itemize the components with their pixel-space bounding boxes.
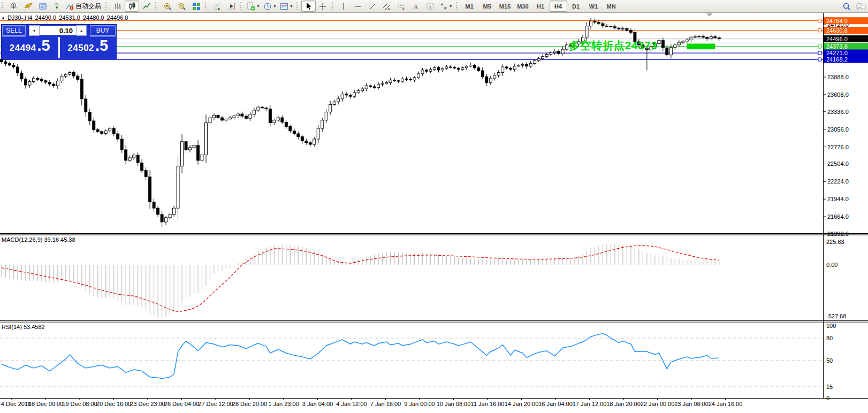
auto-scroll-button[interactable]: [210, 1, 224, 12]
macd-panel[interactable]: [2, 243, 719, 318]
autotrading-button-label: 自动交易: [74, 2, 102, 11]
bar-open: 24490.0: [35, 14, 56, 21]
macd-signal-line: [2, 246, 719, 312]
svg-text:15: 15: [826, 384, 833, 390]
tile-windows-button[interactable]: [189, 1, 203, 12]
svg-text:10 Jan 08:00: 10 Jan 08:00: [437, 401, 471, 407]
price-label-24373.8: 24373.8: [824, 43, 868, 50]
svg-text:23608.0: 23608.0: [827, 91, 849, 98]
indicators-button[interactable]: ▼: [245, 1, 262, 12]
indicator-axis-labels: 225.630.00-527.681008050150: [826, 239, 846, 401]
volume-increase-button[interactable]: ▴: [76, 25, 87, 36]
svg-text:26 Dec 04:00: 26 Dec 04:00: [164, 401, 199, 407]
text-label-button[interactable]: T: [423, 1, 438, 12]
macd-histogram: [2, 243, 719, 318]
tf-h4-button[interactable]: H4: [550, 1, 567, 12]
market-watch-icon[interactable]: [21, 1, 35, 12]
arrow-tools-icon: [439, 2, 448, 11]
autotrading-button[interactable]: 自动交易: [64, 1, 104, 12]
toolbar-grip: [205, 2, 208, 10]
toolbar-grip: [2, 2, 4, 10]
svg-text:22 Jan 00:00: 22 Jan 00:00: [641, 401, 675, 407]
sell-price-int: 24494: [10, 43, 36, 53]
new-order-button[interactable]: 单: [6, 1, 21, 12]
symbol-period: DJ30-,H4: [7, 14, 32, 21]
turning-point-highlight[interactable]: [687, 44, 715, 50]
tf-m30-button-label: M30: [517, 3, 528, 10]
horizontal-line-button[interactable]: [351, 1, 366, 12]
buy-button[interactable]: BUY: [90, 25, 116, 36]
zoom-in-button[interactable]: [160, 1, 174, 12]
bar-chart-button[interactable]: [110, 1, 125, 12]
dropdown-arrow-icon: ▼: [290, 4, 293, 8]
tf-m1-button[interactable]: M1: [461, 1, 478, 12]
svg-text:E: E: [388, 7, 390, 11]
horizontal-line-objects[interactable]: [0, 21, 823, 59]
svg-text:24496.0: 24496.0: [826, 36, 848, 42]
svg-text:24168.2: 24168.2: [826, 56, 848, 63]
svg-text:A: A: [414, 3, 418, 10]
chat-icon: [856, 2, 866, 11]
cursor-button[interactable]: [301, 1, 316, 12]
tf-d1-button-label: D1: [572, 3, 580, 10]
line-chart-icon: [142, 2, 151, 11]
svg-text:18 Jan 20:00: 18 Jan 20:00: [606, 401, 641, 407]
chart-shift-marker-icon[interactable]: [706, 13, 713, 17]
svg-text:0: 0: [826, 395, 829, 401]
svg-text:22504.0: 22504.0: [827, 160, 849, 167]
crosshair-button[interactable]: [316, 1, 330, 12]
line-chart-button[interactable]: [139, 1, 154, 12]
svg-text:24784.9: 24784.9: [826, 18, 848, 24]
rsi-line: [2, 334, 719, 379]
indicators-icon: [247, 2, 255, 11]
main-toolbar: 单自动交易▼▼▼EFAT▼M1M5M15M30H1H4D1W1MN: [0, 0, 868, 13]
chart-shift-button[interactable]: [224, 1, 239, 12]
tf-m30-button[interactable]: M30: [514, 1, 531, 12]
chart-ohlc-info: ▲DJ30-,H424490.024531.024480.024496.0: [1, 14, 131, 21]
volume-decrease-button[interactable]: ▾: [29, 25, 40, 36]
tf-d1-button[interactable]: D1: [567, 1, 585, 12]
svg-text:17 Jan 12:00: 17 Jan 12:00: [573, 401, 607, 407]
tf-w1-button[interactable]: W1: [585, 1, 603, 12]
equidistant-channel-button[interactable]: E: [380, 1, 394, 12]
svg-text:3 Jan 04:00: 3 Jan 04:00: [302, 401, 333, 407]
fibonacci-button[interactable]: F: [394, 1, 409, 12]
tf-mn-button[interactable]: MN: [603, 1, 620, 12]
rsi-panel[interactable]: [0, 334, 823, 387]
svg-text:T: T: [429, 4, 432, 9]
vertical-line-button[interactable]: [337, 1, 351, 12]
toolbar-grip: [296, 2, 299, 10]
arrow-tools-button[interactable]: ▼: [438, 1, 454, 12]
volume-input[interactable]: [40, 26, 76, 35]
tf-w1-button-label: W1: [589, 3, 598, 10]
tf-m5-button[interactable]: M5: [478, 1, 496, 12]
search-button[interactable]: [839, 1, 854, 12]
tf-m15-button-label: M15: [499, 3, 511, 10]
periods-button[interactable]: ▼: [262, 1, 278, 12]
new-order-button-label: 单: [10, 2, 18, 11]
tf-m15-button[interactable]: M15: [496, 1, 514, 12]
text-button[interactable]: A: [409, 1, 423, 12]
text-icon: A: [412, 2, 420, 11]
svg-text:24 Jan 16:00: 24 Jan 16:00: [709, 401, 743, 407]
mt4-terminal: 单自动交易▼▼▼EFAT▼M1M5M15M30H1H4D1W1MN 24720.…: [0, 0, 868, 413]
trendline-button[interactable]: [366, 1, 380, 12]
sell-button[interactable]: SELL: [2, 25, 26, 36]
svg-text:22224.0: 22224.0: [827, 178, 849, 185]
tf-m1-button-label: M1: [466, 3, 474, 10]
buy-price[interactable]: 24502 .5: [60, 37, 117, 58]
time-axis[interactable]: 4 Dec 201818 Dec 00:0019 Dec 08:0020 Dec…: [1, 398, 742, 407]
tf-h1-button[interactable]: H1: [532, 1, 550, 12]
search-icon: [842, 2, 851, 11]
one-click-trading-panel: SELL ▾ ▴ BUY 24494 .5 24502 .5: [1, 24, 117, 59]
svg-text:27 Dec 12:00: 27 Dec 12:00: [198, 401, 233, 407]
signals-icon[interactable]: [50, 1, 64, 12]
candlestick-chart-button[interactable]: [125, 1, 139, 12]
svg-text:4 Dec 2018: 4 Dec 2018: [1, 401, 31, 407]
zoom-out-button[interactable]: [174, 1, 189, 12]
data-window-icon[interactable]: [35, 1, 50, 12]
chat-button[interactable]: [854, 1, 868, 12]
sell-price[interactable]: 24494 .5: [2, 37, 60, 58]
templates-button[interactable]: ▼: [278, 1, 295, 12]
vertical-line-icon: [339, 2, 348, 11]
